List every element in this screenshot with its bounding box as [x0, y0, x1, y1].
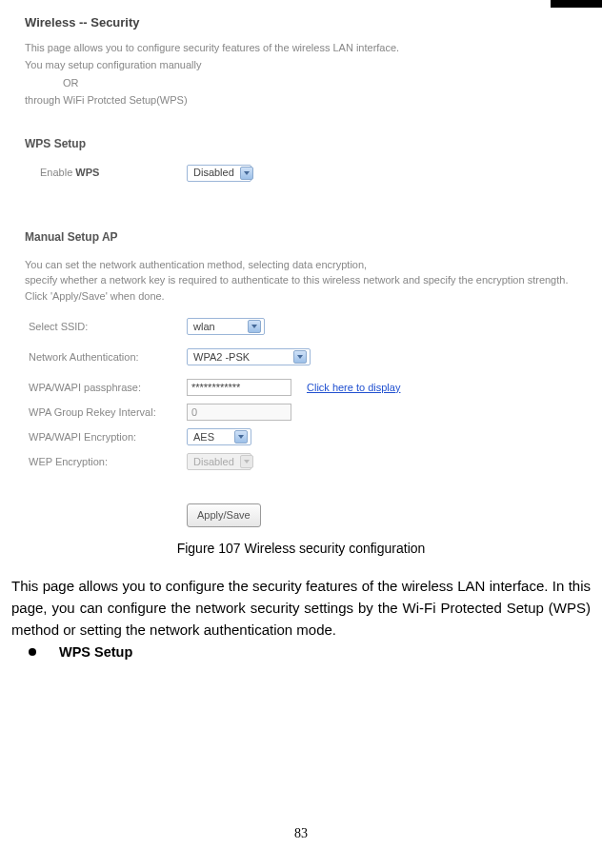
apply-save-button[interactable]: Apply/Save [187, 503, 261, 527]
display-passphrase-link[interactable]: Click here to display [307, 380, 400, 396]
rekey-row: WPA Group Rekey Interval: [25, 403, 583, 422]
network-auth-label: Network Authentication: [25, 349, 187, 365]
bullet-icon [29, 648, 36, 656]
page-number: 83 [0, 826, 602, 841]
enable-wps-value: Disabled [193, 165, 234, 181]
button-row: Apply/Save [187, 503, 583, 527]
wpa-encryption-row: WPA/WAPI Encryption: AES [25, 427, 583, 446]
manual-description: You can set the network authentication m… [25, 257, 583, 305]
passphrase-label: WPA/WAPI passphrase: [25, 380, 187, 396]
network-auth-select[interactable]: WPA2 -PSK [187, 348, 311, 365]
figure-caption: Figure 107 Wireless security configurati… [8, 541, 594, 556]
wep-encryption-select: Disabled [187, 453, 251, 470]
manual-desc-1: You can set the network authentication m… [25, 257, 583, 273]
enable-wps-select[interactable]: Disabled [187, 165, 251, 182]
manual-setup-heading: Manual Setup AP [25, 228, 583, 246]
passphrase-input[interactable] [187, 379, 291, 396]
intro-line-3: through WiFi Protcted Setup(WPS) [25, 92, 583, 108]
select-ssid-select[interactable]: wlan [187, 318, 265, 335]
rekey-label: WPA Group Rekey Interval: [25, 404, 187, 421]
network-auth-value: WPA2 -PSK [193, 349, 250, 365]
manual-desc-2: specify whether a network key is require… [25, 272, 583, 288]
rekey-input[interactable] [187, 404, 291, 421]
chevron-down-icon [234, 430, 248, 444]
manual-desc-3: Click 'Apply/Save' when done. [25, 288, 583, 305]
bullet-item: WPS Setup [8, 644, 594, 660]
body-paragraph: This page allows you to configure the se… [8, 575, 594, 641]
wpa-encryption-label: WPA/WAPI Encryption: [25, 429, 187, 445]
select-ssid-value: wlan [193, 319, 215, 335]
network-auth-row: Network Authentication: WPA2 -PSK [25, 347, 583, 366]
wep-encryption-value: Disabled [193, 454, 234, 470]
wep-encryption-label: WEP Encryption: [25, 454, 187, 470]
page-title: Wireless -- Security [25, 13, 583, 32]
select-ssid-row: Select SSID: wlan [25, 317, 583, 336]
intro-line-1: This page allows you to configure securi… [25, 40, 583, 56]
router-settings-screenshot: Wireless -- Security This page allows yo… [8, 0, 594, 527]
decorative-corner [551, 0, 602, 8]
chevron-down-icon [240, 455, 253, 468]
enable-wps-row: Enable WPS Disabled [25, 164, 583, 183]
intro-line-2: You may setup configuration manually [25, 57, 583, 73]
wpa-encryption-select[interactable]: AES [187, 428, 251, 445]
wpa-encryption-value: AES [193, 429, 214, 445]
wep-encryption-row: WEP Encryption: Disabled [25, 452, 583, 471]
enable-wps-label: Enable WPS [25, 165, 187, 181]
intro-or: OR [63, 75, 583, 91]
bullet-label: WPS Setup [59, 644, 132, 660]
select-ssid-label: Select SSID: [25, 319, 187, 335]
chevron-down-icon [240, 167, 253, 180]
chevron-down-icon [293, 350, 307, 364]
chevron-down-icon [248, 320, 261, 333]
wps-setup-heading: WPS Setup [25, 135, 583, 152]
passphrase-row: WPA/WAPI passphrase: Click here to displ… [25, 378, 583, 397]
